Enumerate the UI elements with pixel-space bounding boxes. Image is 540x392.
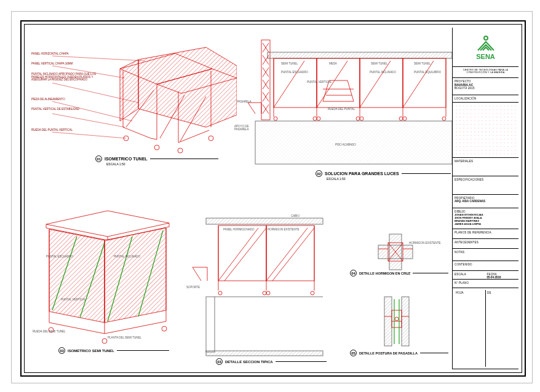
proyecto-city: BOGOTÁ 2015 <box>455 87 517 90</box>
localizacion-cell: LOCALIZACIÓN <box>453 95 518 103</box>
hoja-cell: HOJA DE <box>453 288 518 369</box>
svg-line-21 <box>360 61 391 108</box>
company-line: CENTRO DE TECNOLOGÍAS PARA LA CONSTRUCCI… <box>455 69 517 74</box>
svg-point-51 <box>162 326 167 331</box>
drawing-area: PANEL HORIZONTAL CHAPA PANEL VERTICAL CH… <box>28 28 449 369</box>
planosref-cell: PLANOS DE REFERENCIA <box>453 229 518 239</box>
dibujo4: JAMES AGUA LIMPIA <box>455 222 517 225</box>
lbl-f3-puntal-inc: PUNTAL INCLINADO <box>114 255 140 258</box>
lbl-puntal-v-est: PUNTAL VERTICAL DE ESTABILIDAD <box>31 108 81 111</box>
svg-line-7 <box>52 56 145 61</box>
contenido-cell: CONTENIDO <box>453 261 518 271</box>
hoja-label: HOJA <box>456 291 484 294</box>
paper-background: SENA CENTRO DE TECNOLOGÍAS PARA LA CONST… <box>11 11 533 383</box>
lbl-horm-exist: HORMIGON EXISTENTE <box>268 228 300 231</box>
lbl-puntal-inc: PUNTAL INCLINADO <box>370 71 396 74</box>
svg-rect-13 <box>268 52 452 58</box>
bubble-06: 05 <box>350 350 357 356</box>
fig-01-isometric-tunel: PANEL HORIZONTAL CHAPA PANEL VERTICAL CH… <box>52 35 237 164</box>
caption-02: 02 SOLUCION PARA GRANDES LUCES <box>316 170 451 177</box>
bubble-05: 04 <box>350 270 357 276</box>
svg-rect-67 <box>206 351 323 356</box>
title-02: SOLUCION PARA GRANDES LUCES <box>325 171 399 176</box>
lbl-panel-horm: PANEL HORMIGONADO <box>223 228 255 231</box>
logo-cell: SENA <box>453 28 518 67</box>
caption-05: 04 DETALLE HORMIGON EN CRUZ <box>350 270 448 276</box>
lbl-puntal-equi: PUNTAL EQUILIBRIO <box>414 71 441 74</box>
svg-point-31 <box>313 117 317 120</box>
fecha-val: 05-04-2016 <box>487 276 517 279</box>
svg-point-5 <box>178 148 183 153</box>
lbl-f3-planta: PLANTA DEL SEMI TUNEL <box>108 336 141 339</box>
lbl-semi-tunel-3: SEMI TUNEL <box>414 62 431 65</box>
fig-02-grandes-luces: SEMI TUNEL MESA SEMI TUNEL SEMI TUNEL PU… <box>237 34 452 181</box>
inner-frame: SENA CENTRO DE TECNOLOGÍAS PARA LA CONST… <box>24 24 522 373</box>
lbl-piso-acabado: PISO ACABADO <box>335 143 356 146</box>
svg-line-19 <box>274 61 304 108</box>
svg-line-56 <box>224 228 266 281</box>
planosref-label: PLANOS DE REFERENCIA <box>455 231 517 234</box>
lbl-pieza-alin: PIEZA DE ALINEAMIENTO <box>31 98 65 101</box>
fig-03-semi-tunel: PUNTAL ESCUADRO PUNTAL INCLINADO PUNTAL … <box>34 200 181 353</box>
svg-point-33 <box>356 117 360 120</box>
contenido-label: CONTENIDO <box>455 263 517 266</box>
caption-03: 03 ISOMETRICO SEMI TUNEL <box>58 347 169 354</box>
svg-line-11 <box>52 114 125 127</box>
logo-text: SENA <box>476 53 495 60</box>
title-05: DETALLE HORMIGON EN CRUZ <box>359 272 410 275</box>
title-03: ISOMETRICO SEMI TUNEL <box>68 349 114 353</box>
svg-point-63 <box>263 291 266 295</box>
title-01: ISOMETRICO TUNEL <box>105 157 148 161</box>
antecedentes-cell: ANTECEDENTES <box>453 239 518 249</box>
bubble-02: 02 <box>316 170 322 177</box>
lbl-semi-tunel-1: SEMI TUNEL <box>281 62 298 65</box>
arquitecto-val: ARQ. AIDA CARDENAS <box>455 200 517 203</box>
lbl-apoyo-pas: APOYO DE PASARELA <box>234 125 259 131</box>
bubble-03: 03 <box>58 347 65 354</box>
lbl-f3-puntal-esq: PUNTAL ESCUADRO <box>46 255 73 258</box>
lbl-mesa: MESA <box>329 62 337 65</box>
svg-rect-52 <box>206 218 323 224</box>
lbl-rueda: RUEDA DEL PUNTAL VERTICAL <box>31 128 73 131</box>
lbl-rueda-puntal: RUEDA DEL PUNTAL <box>328 108 355 111</box>
lbl-cabio: CABIO <box>291 214 300 218</box>
outer-frame: SENA CENTRO DE TECNOLOGÍAS PARA LA CONST… <box>20 20 526 377</box>
title-04: DETALLE SECCION TIPICA <box>225 360 273 364</box>
svg-rect-78 <box>392 310 402 327</box>
svg-line-12 <box>52 132 126 138</box>
sub-01: ESCALA 1:50 <box>106 162 125 166</box>
plano-label: N° PLANO <box>455 281 517 284</box>
lbl-pasarela: PASARELA <box>237 100 251 103</box>
svg-rect-53 <box>218 225 266 281</box>
svg-rect-18 <box>403 58 446 108</box>
lbl-puntal-v: PUNTAL VERTICAL <box>307 80 332 84</box>
notas-label: NOTAS <box>455 251 517 254</box>
svg-rect-39 <box>255 121 452 164</box>
escala-label: ESCALA <box>455 273 485 276</box>
svg-rect-76 <box>384 297 392 346</box>
fig-06-detail-pasadilla: 05 DETALLE POSTURA DE PASADILLA <box>354 292 440 359</box>
svg-point-62 <box>218 291 222 295</box>
caption-06: 05 DETALLE POSTURA DE PASADILLA <box>350 350 448 356</box>
svg-point-50 <box>102 339 107 343</box>
svg-line-58 <box>272 228 314 281</box>
svg-point-6 <box>208 136 213 141</box>
company-cell: CENTRO DE TECNOLOGÍAS PARA LA CONSTRUCCI… <box>453 67 518 78</box>
svg-point-36 <box>403 117 407 120</box>
lbl-panel-h: PANEL HORIZONTAL CHAPA <box>31 52 68 55</box>
svg-point-34 <box>360 117 363 120</box>
svg-point-32 <box>317 117 320 120</box>
lbl-horm-ex2: HORMIGON EXISTENTE <box>409 241 441 245</box>
location-map <box>453 103 518 158</box>
svg-rect-66 <box>206 297 215 352</box>
sub-02: ESCALA 1:50 <box>327 177 346 181</box>
svg-rect-77 <box>402 297 409 346</box>
plano-cell: N° PLANO <box>453 280 518 288</box>
materiales-cell: MATERIALES <box>453 158 518 176</box>
fig-05-detail-cruz: HORMIGON EXISTENTE 04 DETALLE HORMIGON E… <box>354 230 440 280</box>
svg-point-30 <box>274 117 277 120</box>
svg-point-0 <box>484 36 488 40</box>
bubble-01: 01 <box>95 155 102 162</box>
propietario-cell: PROPIETARIO ARQ. AIDA CARDENAS <box>453 195 518 208</box>
lbl-semi-tunel-2: SEMI TUNEL <box>371 62 387 65</box>
